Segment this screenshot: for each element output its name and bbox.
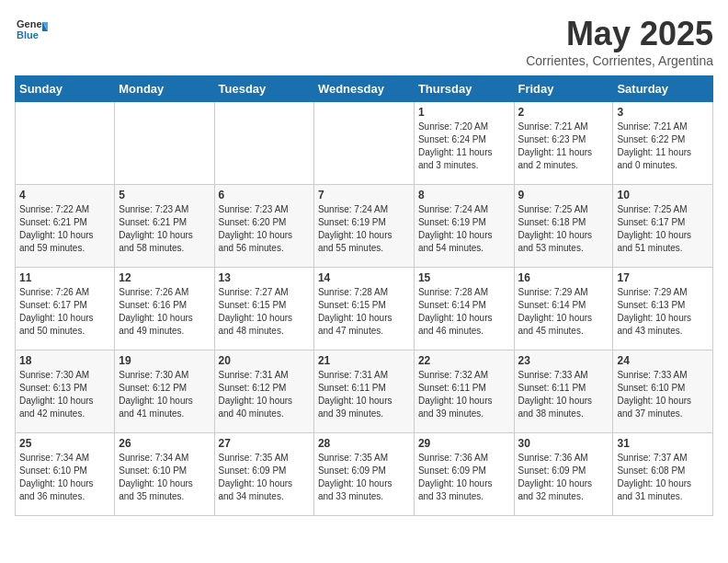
header-row: SundayMondayTuesdayWednesdayThursdayFrid… (16, 76, 713, 102)
day-info: Sunrise: 7:30 AM Sunset: 6:13 PM Dayligh… (19, 369, 110, 420)
day-info: Sunrise: 7:21 AM Sunset: 6:22 PM Dayligh… (617, 121, 709, 172)
day-number: 5 (119, 189, 210, 201)
day-number: 18 (19, 354, 110, 367)
day-number: 17 (617, 271, 709, 284)
day-cell: 18Sunrise: 7:30 AM Sunset: 6:13 PM Dayli… (16, 350, 115, 433)
header-thursday: Thursday (414, 76, 514, 102)
day-info: Sunrise: 7:24 AM Sunset: 6:19 PM Dayligh… (418, 203, 510, 255)
header-saturday: Saturday (613, 76, 713, 102)
day-info: Sunrise: 7:28 AM Sunset: 6:15 PM Dayligh… (318, 286, 410, 338)
calendar-body: 1Sunrise: 7:20 AM Sunset: 6:24 PM Daylig… (16, 102, 713, 516)
day-number: 23 (518, 354, 609, 367)
day-info: Sunrise: 7:36 AM Sunset: 6:09 PM Dayligh… (418, 452, 510, 503)
day-number: 1 (418, 106, 510, 119)
day-info: Sunrise: 7:23 AM Sunset: 6:21 PM Dayligh… (119, 203, 210, 255)
day-number: 26 (119, 437, 210, 450)
day-cell: 11Sunrise: 7:26 AM Sunset: 6:17 PM Dayli… (16, 268, 115, 350)
calendar-header: SundayMondayTuesdayWednesdayThursdayFrid… (16, 76, 713, 102)
week-row-3: 18Sunrise: 7:30 AM Sunset: 6:13 PM Dayli… (16, 350, 713, 433)
day-info: Sunrise: 7:37 AM Sunset: 6:08 PM Dayligh… (617, 452, 709, 503)
day-cell: 8Sunrise: 7:24 AM Sunset: 6:19 PM Daylig… (414, 185, 514, 268)
day-info: Sunrise: 7:32 AM Sunset: 6:11 PM Dayligh… (418, 369, 510, 420)
calendar-table: SundayMondayTuesdayWednesdayThursdayFrid… (15, 75, 713, 516)
day-info: Sunrise: 7:36 AM Sunset: 6:09 PM Dayligh… (518, 452, 609, 503)
day-info: Sunrise: 7:23 AM Sunset: 6:20 PM Dayligh… (219, 203, 310, 255)
day-number: 13 (219, 271, 310, 284)
day-number: 25 (19, 437, 110, 450)
day-cell: 22Sunrise: 7:32 AM Sunset: 6:11 PM Dayli… (414, 350, 514, 433)
day-number: 21 (318, 354, 410, 367)
day-info: Sunrise: 7:34 AM Sunset: 6:10 PM Dayligh… (19, 452, 110, 503)
day-info: Sunrise: 7:34 AM Sunset: 6:10 PM Dayligh… (119, 452, 210, 503)
header-monday: Monday (115, 76, 214, 102)
day-cell: 6Sunrise: 7:23 AM Sunset: 6:20 PM Daylig… (214, 185, 313, 268)
day-info: Sunrise: 7:31 AM Sunset: 6:11 PM Dayligh… (318, 369, 410, 420)
day-info: Sunrise: 7:27 AM Sunset: 6:15 PM Dayligh… (219, 286, 310, 338)
day-cell: 1Sunrise: 7:20 AM Sunset: 6:24 PM Daylig… (414, 102, 514, 185)
day-info: Sunrise: 7:31 AM Sunset: 6:12 PM Dayligh… (219, 369, 310, 420)
day-cell: 23Sunrise: 7:33 AM Sunset: 6:11 PM Dayli… (514, 350, 613, 433)
week-row-2: 11Sunrise: 7:26 AM Sunset: 6:17 PM Dayli… (16, 268, 713, 350)
day-number: 31 (617, 437, 709, 450)
header-wednesday: Wednesday (313, 76, 414, 102)
title-area: May 2025 Corrientes, Corrientes, Argenti… (526, 15, 713, 68)
day-number: 12 (119, 271, 210, 284)
header: General Blue May 2025 Corrientes, Corrie… (15, 15, 713, 68)
day-number: 27 (219, 437, 310, 450)
day-info: Sunrise: 7:24 AM Sunset: 6:19 PM Dayligh… (318, 203, 410, 255)
day-info: Sunrise: 7:35 AM Sunset: 6:09 PM Dayligh… (219, 452, 310, 503)
day-cell: 3Sunrise: 7:21 AM Sunset: 6:22 PM Daylig… (613, 102, 713, 185)
logo-mark: General Blue (15, 15, 48, 52)
day-cell (115, 102, 214, 185)
day-info: Sunrise: 7:35 AM Sunset: 6:09 PM Dayligh… (318, 452, 410, 503)
day-number: 30 (518, 437, 609, 450)
week-row-1: 4Sunrise: 7:22 AM Sunset: 6:21 PM Daylig… (16, 185, 713, 268)
day-cell: 9Sunrise: 7:25 AM Sunset: 6:18 PM Daylig… (514, 185, 613, 268)
day-cell: 17Sunrise: 7:29 AM Sunset: 6:13 PM Dayli… (613, 268, 713, 350)
day-cell: 30Sunrise: 7:36 AM Sunset: 6:09 PM Dayli… (514, 433, 613, 516)
day-cell (313, 102, 414, 185)
day-number: 15 (418, 271, 510, 284)
logo: General Blue (15, 15, 48, 52)
day-info: Sunrise: 7:29 AM Sunset: 6:13 PM Dayligh… (617, 286, 709, 338)
header-sunday: Sunday (16, 76, 115, 102)
day-info: Sunrise: 7:20 AM Sunset: 6:24 PM Dayligh… (418, 121, 510, 172)
week-row-0: 1Sunrise: 7:20 AM Sunset: 6:24 PM Daylig… (16, 102, 713, 185)
day-number: 4 (19, 189, 110, 201)
day-cell (214, 102, 313, 185)
day-cell: 7Sunrise: 7:24 AM Sunset: 6:19 PM Daylig… (313, 185, 414, 268)
day-cell (16, 102, 115, 185)
day-cell: 13Sunrise: 7:27 AM Sunset: 6:15 PM Dayli… (214, 268, 313, 350)
day-number: 7 (318, 189, 410, 201)
week-row-4: 25Sunrise: 7:34 AM Sunset: 6:10 PM Dayli… (16, 433, 713, 516)
day-cell: 24Sunrise: 7:33 AM Sunset: 6:10 PM Dayli… (613, 350, 713, 433)
day-number: 16 (518, 271, 609, 284)
day-cell: 10Sunrise: 7:25 AM Sunset: 6:17 PM Dayli… (613, 185, 713, 268)
header-friday: Friday (514, 76, 613, 102)
day-cell: 19Sunrise: 7:30 AM Sunset: 6:12 PM Dayli… (115, 350, 214, 433)
day-info: Sunrise: 7:25 AM Sunset: 6:18 PM Dayligh… (518, 203, 609, 255)
day-number: 9 (518, 189, 609, 201)
day-number: 3 (617, 106, 709, 119)
svg-text:Blue: Blue (17, 29, 39, 40)
day-info: Sunrise: 7:29 AM Sunset: 6:14 PM Dayligh… (518, 286, 609, 338)
day-cell: 5Sunrise: 7:23 AM Sunset: 6:21 PM Daylig… (115, 185, 214, 268)
day-number: 20 (219, 354, 310, 367)
day-cell: 12Sunrise: 7:26 AM Sunset: 6:16 PM Dayli… (115, 268, 214, 350)
day-cell: 2Sunrise: 7:21 AM Sunset: 6:23 PM Daylig… (514, 102, 613, 185)
day-info: Sunrise: 7:30 AM Sunset: 6:12 PM Dayligh… (119, 369, 210, 420)
day-cell: 26Sunrise: 7:34 AM Sunset: 6:10 PM Dayli… (115, 433, 214, 516)
day-info: Sunrise: 7:26 AM Sunset: 6:17 PM Dayligh… (19, 286, 110, 338)
day-cell: 29Sunrise: 7:36 AM Sunset: 6:09 PM Dayli… (414, 433, 514, 516)
day-cell: 16Sunrise: 7:29 AM Sunset: 6:14 PM Dayli… (514, 268, 613, 350)
day-info: Sunrise: 7:25 AM Sunset: 6:17 PM Dayligh… (617, 203, 709, 255)
day-number: 11 (19, 271, 110, 284)
day-cell: 25Sunrise: 7:34 AM Sunset: 6:10 PM Dayli… (16, 433, 115, 516)
calendar-subtitle: Corrientes, Corrientes, Argentina (526, 53, 713, 68)
day-info: Sunrise: 7:26 AM Sunset: 6:16 PM Dayligh… (119, 286, 210, 338)
day-number: 19 (119, 354, 210, 367)
day-info: Sunrise: 7:28 AM Sunset: 6:14 PM Dayligh… (418, 286, 510, 338)
day-info: Sunrise: 7:22 AM Sunset: 6:21 PM Dayligh… (19, 203, 110, 255)
day-cell: 21Sunrise: 7:31 AM Sunset: 6:11 PM Dayli… (313, 350, 414, 433)
day-number: 6 (219, 189, 310, 201)
